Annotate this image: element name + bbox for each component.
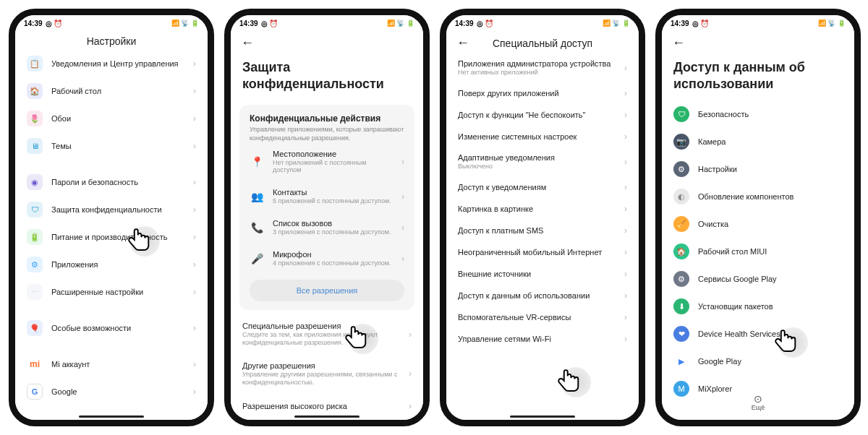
perm-1[interactable]: 👥 Контакты 5 приложений с постоянным дос… [250,181,404,212]
chevron-right-icon: › [193,359,196,369]
back-icon[interactable]: ← [456,35,469,51]
app-item-6[interactable]: ⚙ Сервисы Google Play [662,265,854,293]
header: ← [231,31,423,53]
special-item-6[interactable]: Картинка в картинке › [446,198,639,220]
settings-item-g1-2[interactable]: 🌷 Обои › [15,105,208,132]
header: ← Специальный доступ [446,31,639,53]
chevron-right-icon: › [193,177,196,187]
chevron-right-icon: › [193,59,196,69]
chevron-right-icon: › [193,113,196,124]
more-button[interactable]: ⊙ Ещё [662,389,854,415]
special-item-11[interactable]: Вспомогательные VR-сервисы › [446,306,639,328]
header: ← [662,31,854,53]
phone-privacy: 14:39◎ ⏰ 📶 📡 🔋 ← Защита конфиденциальнос… [224,9,430,426]
special-item-7[interactable]: Доступ к платным SMS › [446,220,639,241]
chevron-right-icon: › [409,369,412,379]
home-indicator[interactable] [294,415,359,418]
chevron-right-icon: › [624,334,627,344]
perm-0[interactable]: 📍 Местоположение Нет приложений с постоя… [250,142,404,181]
special-item-9[interactable]: Внешние источники › [446,263,639,285]
chevron-right-icon: › [193,204,196,215]
status-bar: 14:39◎ ⏰ 📶 📡 🔋 [662,15,854,31]
chevron-right-icon: › [193,323,196,333]
extra-item-2[interactable]: Разрешения высокого риска › [231,394,423,418]
chevron-right-icon: › [624,204,627,214]
settings-item-g1-3[interactable]: 🖥 Темы › [15,132,208,160]
home-indicator[interactable] [510,415,575,418]
settings-item-g1-0[interactable]: 📋 Уведомления и Центр управления › [15,50,208,77]
perm-icon: 📍 [250,156,264,168]
perm-icon: 👥 [250,191,264,202]
special-item-10[interactable]: Доступ к данным об использовании › [446,285,639,306]
chevron-right-icon: › [624,182,627,192]
perm-3[interactable]: 🎤 Микрофон 4 приложения с постоянным дос… [250,243,404,274]
special-item-4[interactable]: Адаптивные уведомления Выключено › [446,147,639,176]
settings-item-g4-0[interactable]: mi Mi аккаунт › [15,350,208,378]
app-item-3[interactable]: ◐ Обновление компонентов [662,183,854,210]
app-item-7[interactable]: ⬇ Установщик пакетов [662,293,854,320]
settings-item-g4-1[interactable]: G Google › [15,378,208,405]
chevron-right-icon: › [193,259,196,270]
cursor-hand [552,367,584,399]
phone-settings: 14:39◎ ⏰ 📶 📡 🔋 Настройки 📋 Уведомления и… [9,9,214,426]
special-item-12[interactable]: Управление сетями Wi-Fi › [446,328,639,350]
app-item-5[interactable]: 🏠 Рабочий стол MIUI [662,238,854,265]
chevron-right-icon: › [624,290,627,301]
page-title: Настройки [87,35,137,47]
back-icon[interactable]: ← [672,35,685,51]
home-indicator[interactable] [79,415,144,418]
chevron-right-icon: › [401,254,404,264]
settings-item-g1-1[interactable]: 🏠 Рабочий стол › [15,77,208,105]
app-item-2[interactable]: ⚙ Настройки [662,155,854,183]
status-bar: 14:39◎ ⏰ 📶 📡 🔋 [231,15,423,31]
chevron-right-icon: › [624,157,627,167]
status-bar: 14:39◎ ⏰ 📶 📡 🔋 [15,15,208,31]
special-item-0[interactable]: Приложения администратора устройства Нет… [446,53,639,82]
page-title-row: Настройки [15,31,208,50]
app-item-1[interactable]: 📷 Камера [662,128,854,155]
back-icon[interactable]: ← [241,35,254,51]
chevron-right-icon: › [193,232,196,242]
perm-icon: 📞 [250,222,264,233]
privacy-card: Конфиденциальные действия Управление при… [239,105,414,310]
settings-item-g2-4[interactable]: ⋯ Расширенные настройки › [15,278,208,306]
chevron-right-icon: › [409,401,412,411]
chevron-right-icon: › [193,387,196,397]
chevron-right-icon: › [624,63,627,73]
chevron-right-icon: › [401,157,404,167]
chevron-right-icon: › [624,269,627,279]
chevron-right-icon: › [624,312,627,322]
settings-item-g2-3[interactable]: ⚙ Приложения › [15,251,208,278]
perm-2[interactable]: 📞 Список вызовов 3 приложения с постоянн… [250,212,404,243]
chevron-right-icon: › [624,132,627,142]
settings-item-g2-1[interactable]: 🛡 Защита конфиденциальности › [15,196,208,223]
settings-item-g2-0[interactable]: ◉ Пароли и безопасность › [15,168,208,196]
chevron-right-icon: › [624,110,627,120]
special-item-1[interactable]: Поверх других приложений › [446,82,639,104]
app-item-8[interactable]: ❤ Device Health Services [662,320,854,348]
special-item-8[interactable]: Неограниченный мобильный Интернет › [446,241,639,263]
settings-item-g3-0[interactable]: 🎈 Особые возможности › [15,314,208,342]
all-permissions-button[interactable]: Все разрешения [250,280,404,301]
chevron-right-icon: › [193,141,196,151]
app-item-0[interactable]: 🛡 Безопасность [662,100,854,128]
extra-item-3[interactable]: Политика конфиденциальности › [231,418,423,420]
extra-item-1[interactable]: Другие разрешения Управление другими раз… [231,354,423,394]
extra-item-0[interactable]: Специальные разрешения Следите за тем, к… [231,314,423,354]
special-item-2[interactable]: Доступ к функции "Не беспокоить" › [446,104,639,126]
special-item-5[interactable]: Доступ к уведомлениям › [446,176,639,198]
chevron-right-icon: › [401,223,404,233]
chevron-right-icon: › [193,287,196,297]
chevron-right-icon: › [624,247,627,257]
special-item-3[interactable]: Изменение системных настроек › [446,126,639,147]
phone-usage-access: 14:39◎ ⏰ 📶 📡 🔋 ← Доступ к данным об испо… [655,9,861,426]
page-title: Защита конфиденциальности [231,53,423,100]
perm-icon: 🎤 [250,253,264,264]
page-title: Доступ к данным об использовании [662,53,854,100]
app-item-9[interactable]: ▶ Google Play [662,348,854,375]
page-title: Специальный доступ [477,38,608,49]
chevron-right-icon: › [624,88,627,98]
phone-special-access: 14:39◎ ⏰ 📶 📡 🔋 ← Специальный доступ Прил… [440,9,645,426]
app-item-4[interactable]: 🧹 Очистка [662,210,854,238]
settings-item-g2-2[interactable]: 🔋 Питание и производительность › [15,223,208,251]
